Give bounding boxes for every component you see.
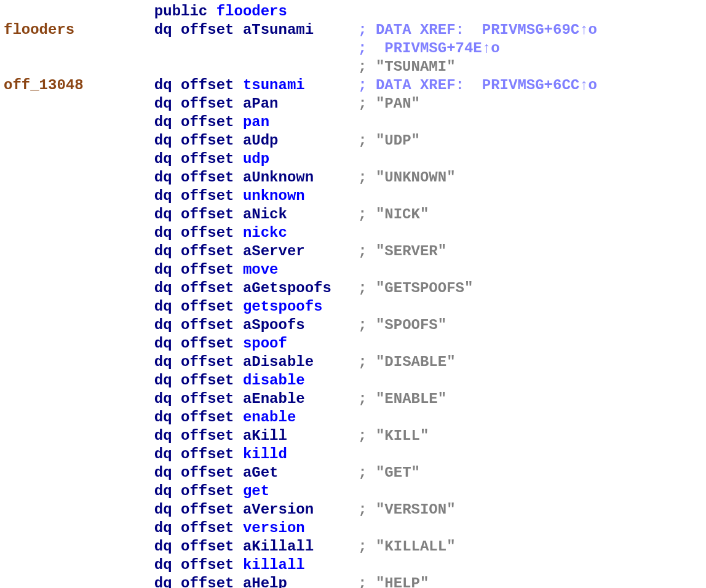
operand: offset aDisable xyxy=(181,354,314,370)
disasm-line[interactable]: dq offset udp xyxy=(4,150,702,169)
operand: offset xyxy=(181,335,243,352)
disassembly-listing[interactable]: public floodersflooders dq offset aTsuna… xyxy=(0,0,706,588)
operand: offset xyxy=(181,114,243,130)
comment: ; "SPOOFS" xyxy=(358,317,446,333)
operand-identifier[interactable]: version xyxy=(243,520,305,536)
operand: offset xyxy=(181,261,243,278)
operand-identifier[interactable]: get xyxy=(243,483,269,499)
xref-comment[interactable]: ; PRIVMSG+74E↑o xyxy=(358,40,499,57)
operand-identifier[interactable]: enable xyxy=(243,409,296,426)
line-label xyxy=(4,224,154,241)
mnemonic: dq xyxy=(154,354,172,370)
operand-identifier[interactable]: killall xyxy=(243,557,305,573)
disasm-line[interactable]: dq offset spoof xyxy=(4,335,702,353)
disasm-line[interactable]: dq offset aUdp ; "UDP" xyxy=(4,132,702,150)
disasm-line[interactable]: dq offset aVersion ; "VERSION" xyxy=(4,501,702,519)
operand-identifier[interactable]: getspoofs xyxy=(243,298,323,315)
disasm-line[interactable]: dq offset aHelp ; "HELP" xyxy=(4,574,702,588)
line-label xyxy=(4,501,154,518)
operand: offset xyxy=(181,151,243,167)
disasm-line[interactable]: dq offset version xyxy=(4,519,702,538)
disasm-line[interactable]: dq offset move xyxy=(4,261,702,279)
mnemonic: dq xyxy=(154,538,172,555)
line-label xyxy=(4,538,154,555)
line-label xyxy=(4,391,154,407)
operand-identifier[interactable]: flooders xyxy=(216,3,287,20)
line-label xyxy=(4,520,154,536)
operand-identifier[interactable]: disable xyxy=(243,372,305,389)
operand-identifier[interactable]: pan xyxy=(243,114,269,130)
operand-identifier[interactable]: move xyxy=(243,261,279,278)
disasm-line[interactable]: dq offset enable xyxy=(4,408,702,427)
mnemonic: public xyxy=(154,3,207,20)
disasm-line[interactable]: flooders dq offset aTsunami ; DATA XREF:… xyxy=(4,21,702,39)
disasm-line[interactable]: dq offset aEnable ; "ENABLE" xyxy=(4,390,702,408)
disasm-line[interactable]: off_13048 dq offset tsunami ; DATA XREF:… xyxy=(4,76,702,95)
operand-identifier[interactable]: spoof xyxy=(243,335,287,352)
line-label xyxy=(4,95,154,112)
operand-identifier[interactable]: udp xyxy=(243,151,269,167)
operand-identifier[interactable]: unknown xyxy=(243,188,305,204)
disasm-line[interactable]: dq offset pan xyxy=(4,113,702,132)
disasm-line[interactable]: dq offset aKillall ; "KILLALL" xyxy=(4,538,702,556)
line-label xyxy=(4,372,154,389)
disasm-line[interactable]: dq offset aNick ; "NICK" xyxy=(4,205,702,224)
operand: offset aKill xyxy=(181,427,287,444)
disasm-line[interactable]: dq offset unknown xyxy=(4,187,702,205)
disasm-line[interactable]: dq offset aGet ; "GET" xyxy=(4,464,702,482)
disasm-line[interactable]: dq offset nickc xyxy=(4,224,702,242)
mnemonic: dq xyxy=(154,391,172,407)
disasm-line[interactable]: dq offset aKill ; "KILL" xyxy=(4,427,702,445)
mnemonic: dq xyxy=(154,261,172,278)
disasm-line[interactable]: dq offset get xyxy=(4,482,702,501)
disasm-line[interactable]: ; "TSUNAMI" xyxy=(4,58,702,76)
disasm-line[interactable]: dq offset disable xyxy=(4,371,702,390)
comment: ; "KILLALL" xyxy=(358,538,455,555)
line-label: off_13048 xyxy=(4,77,154,93)
operand: offset aPan xyxy=(181,95,278,112)
disasm-line[interactable]: dq offset aUnknown ; "UNKNOWN" xyxy=(4,169,702,187)
line-label xyxy=(4,243,154,260)
disasm-line[interactable]: dq offset aGetspoofs ; "GETSPOOFS" xyxy=(4,279,702,298)
disasm-line[interactable]: dq offset killd xyxy=(4,445,702,464)
operand-identifier[interactable]: tsunami xyxy=(243,77,305,93)
mnemonic: dq xyxy=(154,464,172,481)
disasm-line[interactable]: dq offset aDisable ; "DISABLE" xyxy=(4,353,702,371)
disasm-line[interactable]: dq offset aPan ; "PAN" xyxy=(4,95,702,113)
mnemonic: dq xyxy=(154,243,172,260)
operand: offset xyxy=(181,483,243,499)
disasm-line[interactable]: dq offset getspoofs xyxy=(4,298,702,316)
disasm-line[interactable]: public flooders xyxy=(4,2,702,21)
comment: ; "PAN" xyxy=(358,95,420,112)
xref-comment[interactable]: ; DATA XREF: PRIVMSG+6CC↑o xyxy=(358,77,597,93)
mnemonic: dq xyxy=(154,169,172,186)
operand: offset xyxy=(181,557,243,573)
mnemonic: dq xyxy=(154,22,172,38)
operand: offset xyxy=(181,446,243,463)
line-label xyxy=(4,40,154,57)
disasm-line[interactable]: dq offset aSpoofs ; "SPOOFS" xyxy=(4,316,702,335)
disasm-line[interactable]: dq offset aServer ; "SERVER" xyxy=(4,242,702,261)
xref-comment[interactable]: ; DATA XREF: PRIVMSG+69C↑o xyxy=(358,22,597,38)
operand-identifier[interactable]: killd xyxy=(243,446,287,463)
mnemonic: dq xyxy=(154,132,172,149)
line-label xyxy=(4,132,154,149)
operand: offset xyxy=(181,77,243,93)
operand: offset aNick xyxy=(181,206,287,223)
mnemonic: dq xyxy=(154,95,172,112)
comment: ; "DISABLE" xyxy=(358,354,455,370)
operand: offset aTsunami xyxy=(181,22,314,38)
line-label xyxy=(4,335,154,352)
disasm-line[interactable]: dq offset killall xyxy=(4,556,702,574)
mnemonic: dq xyxy=(154,224,172,241)
disasm-line[interactable]: ; PRIVMSG+74E↑o xyxy=(4,39,702,58)
mnemonic: dq xyxy=(154,298,172,315)
mnemonic: dq xyxy=(154,206,172,223)
operand: offset aUdp xyxy=(181,132,278,149)
mnemonic: dq xyxy=(154,114,172,130)
line-label xyxy=(4,58,154,75)
line-label xyxy=(4,280,154,296)
operand-identifier[interactable]: nickc xyxy=(243,224,287,241)
comment: ; "TSUNAMI" xyxy=(358,58,455,75)
mnemonic: dq xyxy=(154,446,172,463)
